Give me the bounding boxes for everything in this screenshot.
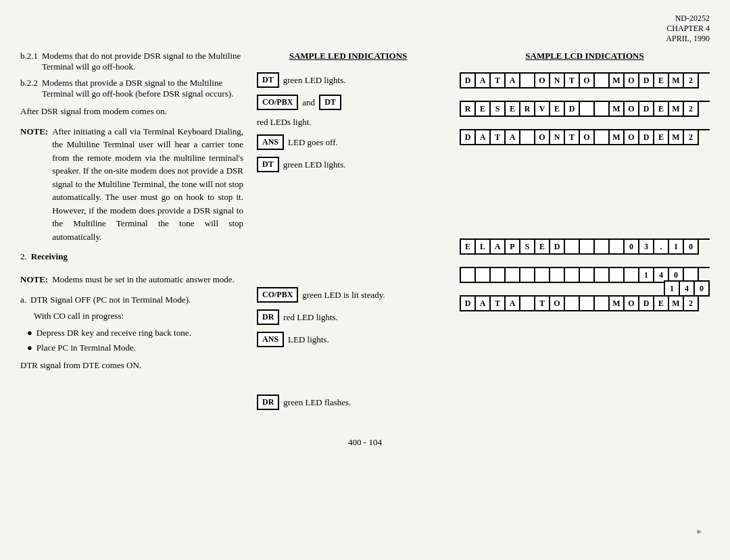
led-row-4: ANS LED goes off. <box>257 134 439 150</box>
led-row-2: CO/PBX and DT <box>257 95 439 110</box>
cell: O <box>535 74 550 88</box>
led-and: and <box>302 97 315 108</box>
cell: D <box>461 130 476 145</box>
cell: E <box>506 102 520 117</box>
cell <box>520 74 535 88</box>
with-co: With CO call in progress: <box>34 309 243 323</box>
cell: T <box>491 74 506 88</box>
b21-text: Modems that do not provide DSR signal to… <box>42 51 243 72</box>
cell: D <box>639 74 654 88</box>
bullet-dot1: ● <box>27 328 32 338</box>
cell: D <box>639 130 654 145</box>
lcd-grid-1: D A T A O N T O M O D E M 2 <box>460 72 710 88</box>
right-column: SAMPLE LCD INDICATIONS D A T A O N T O M… <box>446 51 710 417</box>
b21-section: b.2.1 Modems that do not provide DSR sig… <box>20 51 243 72</box>
mid-column: SAMPLE LED INDICATIONS DT green LED ligh… <box>250 51 446 417</box>
b22-text: Modems that provide a DSR signal to the … <box>42 78 243 99</box>
cell <box>565 240 580 255</box>
cell <box>580 102 595 117</box>
cell: D <box>550 240 565 255</box>
dtr-signal: DTR signal from DTE comes ON. <box>20 359 243 372</box>
cell: O <box>625 297 639 311</box>
led-text-dr-flash: green LED flashes. <box>283 397 351 408</box>
bullet-dot2: ● <box>27 342 32 353</box>
cell: O <box>625 130 639 145</box>
cell: R <box>520 102 535 117</box>
cell <box>610 268 625 283</box>
cell <box>595 240 610 255</box>
note2-label: NOTE: <box>20 273 48 286</box>
cell <box>595 130 610 145</box>
led-box-ans1: ANS <box>257 134 284 150</box>
lcd-grid-3: D A T A O N T O M O D E M 2 <box>460 129 710 145</box>
cell: M <box>610 102 625 117</box>
led-box-dt3: DT <box>257 157 279 172</box>
page-number: 400 - 104 <box>348 437 382 447</box>
cell <box>595 297 610 311</box>
bullet2: ● Place PC in Terminal Mode. <box>27 342 243 353</box>
after-dsr: After DSR signal from modem comes on. <box>20 105 243 118</box>
led-row-b2: DR red LED lights. <box>257 309 439 325</box>
a-section: a. DTR Signal OFF (PC not in Terminal Mo… <box>20 295 243 305</box>
cell: E <box>461 240 476 255</box>
led-text-b2: red LED lights. <box>283 312 338 323</box>
cell <box>491 268 506 283</box>
cell: S <box>491 102 506 117</box>
cell: L <box>476 240 491 255</box>
lcd-grid-4: E L A P S E D 0 3 . 1 0 <box>460 238 710 255</box>
cell: 2 <box>684 130 699 145</box>
cell <box>550 268 565 283</box>
cell: E <box>654 130 669 145</box>
b21-label: b.2.1 <box>20 51 38 72</box>
lcd-grid-6: 1 4 0 D A T A T O M O D E M 2 <box>460 295 710 311</box>
cell: A <box>506 130 520 145</box>
cell: 1 <box>665 282 680 297</box>
note1-text: After initiating a call via Terminal Key… <box>52 125 243 244</box>
note2-text: Modems must be set in the automatic answ… <box>52 273 235 286</box>
page-mark: ‣ <box>696 525 703 540</box>
cell: T <box>491 130 506 145</box>
cell: E <box>654 74 669 88</box>
cell <box>580 240 595 255</box>
cell: A <box>476 130 491 145</box>
cell: P <box>506 240 520 255</box>
cell: O <box>580 130 595 145</box>
cell: M <box>669 297 684 311</box>
cell <box>520 130 535 145</box>
led-row-5: DT green LED lights. <box>257 157 439 172</box>
led-row-b3: ANS LED lights. <box>257 332 439 347</box>
cell: M <box>610 74 625 88</box>
cell: N <box>550 130 565 145</box>
led-box-dt2: DT <box>319 95 341 110</box>
cell <box>520 297 535 311</box>
cell <box>595 268 610 283</box>
cell: 2 <box>684 74 699 88</box>
bullet1-text: Depress DR key and receive ring back ton… <box>36 328 191 338</box>
led-row-b1: CO/PBX green LED is lit steady. <box>257 287 439 303</box>
left-column: b.2.1 Modems that do not provide DSR sig… <box>20 51 250 417</box>
cell: A <box>506 74 520 88</box>
cell: 0 <box>684 240 699 255</box>
cell: S <box>520 240 535 255</box>
cell: N <box>550 74 565 88</box>
cell: 2 <box>684 102 699 117</box>
a-text: DTR Signal OFF (PC not in Terminal Mode)… <box>30 295 191 305</box>
header-right: ND-20252 CHAPTER 4 APRIL, 1990 <box>20 14 710 44</box>
cell: T <box>535 297 550 311</box>
bullet1: ● Depress DR key and receive ring back t… <box>27 328 243 338</box>
cell: A <box>476 74 491 88</box>
led-text-3: red LEDs light. <box>257 117 312 128</box>
cell <box>580 297 595 311</box>
b22-section: b.2.2 Modems that provide a DSR signal t… <box>20 78 243 99</box>
cell: A <box>476 297 491 311</box>
led-text-5: green LED lights. <box>283 159 346 170</box>
led-text-b3: LED lights. <box>288 334 329 345</box>
cell: M <box>669 74 684 88</box>
cell: M <box>669 130 684 145</box>
cell: A <box>506 297 520 311</box>
led-row-dr-flash: DR green LED flashes. <box>257 394 439 410</box>
cell: M <box>610 297 625 311</box>
cell: T <box>565 130 580 145</box>
a-label: a. <box>20 295 26 305</box>
led-box-dt1: DT <box>257 72 279 88</box>
